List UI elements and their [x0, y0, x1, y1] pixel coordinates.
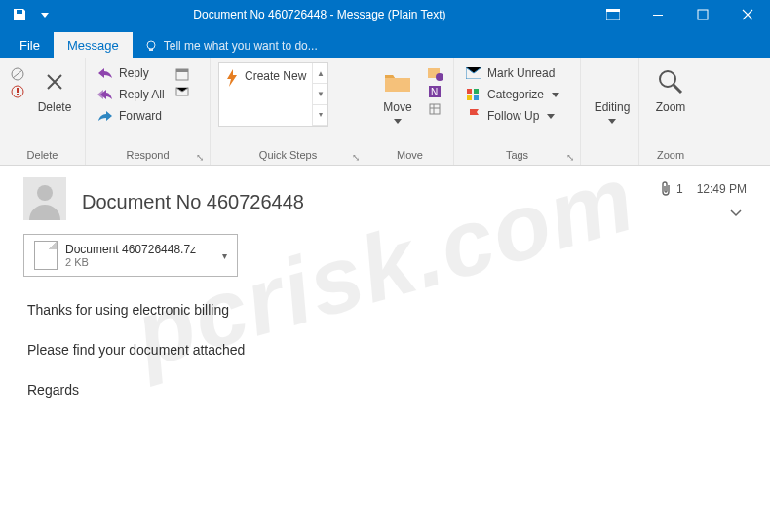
delete-icon — [39, 66, 70, 97]
ribbon: Delete Delete Reply Reply All Forward Re… — [0, 58, 770, 166]
body-line-1: Thanks for using electronic billing — [27, 300, 743, 321]
save-icon[interactable] — [12, 7, 27, 22]
attachment-indicator: 1 — [659, 181, 683, 197]
window-title: Document No 460726448 - Message (Plain T… — [49, 8, 591, 21]
forward-button[interactable]: Forward — [94, 105, 169, 127]
message-body: Thanks for using electronic billing Plea… — [0, 290, 770, 430]
svg-rect-12 — [176, 69, 188, 72]
maximize-button[interactable] — [680, 0, 725, 29]
gallery-up-icon[interactable]: ▲ — [313, 63, 327, 84]
message-header: Document No 460726448 1 12:49 PM — [0, 166, 770, 228]
svg-rect-18 — [430, 104, 440, 114]
quick-step-create-new[interactable]: Create New — [219, 63, 312, 126]
group-tags: Mark Unread Categorize Follow Up Tags ⤡ — [454, 58, 581, 165]
expand-header-icon[interactable] — [729, 209, 743, 218]
reply-all-icon — [97, 87, 113, 102]
lightning-icon — [225, 69, 239, 87]
quick-steps-gallery[interactable]: Create New ▲ ▼ ▾ — [218, 62, 328, 127]
respond-dialog-launcher-icon[interactable]: ⤡ — [196, 152, 206, 162]
move-side-buttons: N — [425, 62, 446, 121]
junk-icon[interactable] — [10, 84, 25, 99]
reply-icon — [97, 65, 113, 81]
svg-point-27 — [37, 185, 53, 201]
svg-text:N: N — [431, 87, 438, 97]
svg-line-7 — [13, 70, 22, 78]
actions-icon[interactable] — [427, 101, 444, 117]
onenote-icon[interactable]: N — [427, 84, 444, 99]
mark-unread-button[interactable]: Mark Unread — [462, 62, 563, 84]
move-folder-icon — [382, 66, 413, 97]
more-respond-icon[interactable] — [174, 84, 190, 99]
svg-point-15 — [436, 73, 443, 81]
attachment-filename: Document 460726448.7z — [65, 243, 196, 256]
follow-up-label: Follow Up — [487, 109, 539, 123]
svg-rect-20 — [467, 89, 472, 94]
paperclip-icon — [659, 181, 673, 197]
group-quick-steps: Create New ▲ ▼ ▾ Quick Steps ⤡ — [211, 58, 366, 165]
rules-icon[interactable] — [427, 66, 444, 82]
tell-me-search[interactable]: Tell me what you want to do... — [133, 33, 329, 58]
attachment-dropdown-icon[interactable]: ▾ — [222, 250, 227, 261]
group-editing: Editing Editing — [581, 58, 639, 165]
ribbon-tabs: File Message Tell me what you want to do… — [0, 29, 770, 58]
reply-all-label: Reply All — [119, 88, 165, 101]
tab-file[interactable]: File — [6, 32, 54, 58]
svg-rect-9 — [17, 88, 19, 93]
reply-button[interactable]: Reply — [94, 62, 169, 84]
delete-label: Delete — [38, 101, 72, 114]
svg-rect-21 — [474, 89, 479, 94]
group-move: Move N Move — [366, 58, 454, 165]
svg-rect-22 — [467, 95, 472, 100]
group-label-quicksteps: Quick Steps — [218, 149, 358, 163]
tell-me-placeholder: Tell me what you want to do... — [164, 39, 318, 53]
tags-dialog-launcher-icon[interactable]: ⤡ — [566, 152, 576, 162]
flag-icon — [466, 108, 481, 124]
svg-rect-3 — [698, 10, 708, 19]
svg-rect-10 — [17, 94, 19, 95]
categorize-button[interactable]: Categorize — [462, 84, 563, 105]
move-label: Move — [383, 101, 411, 127]
svg-rect-2 — [653, 15, 663, 16]
group-label-delete: Delete — [8, 149, 77, 163]
body-line-3: Regards — [27, 380, 743, 400]
title-bar: Document No 460726448 - Message (Plain T… — [0, 0, 770, 29]
attachment-count: 1 — [676, 182, 683, 196]
close-button[interactable] — [725, 0, 770, 29]
group-label-move: Move — [374, 149, 445, 163]
minimize-button[interactable] — [635, 0, 680, 29]
zoom-label: Zoom — [656, 101, 686, 114]
zoom-button[interactable]: Zoom — [647, 62, 694, 114]
forward-icon — [97, 108, 113, 124]
meeting-icon[interactable] — [174, 66, 190, 82]
svg-rect-5 — [149, 49, 153, 51]
ignore-icon[interactable] — [10, 66, 25, 82]
svg-point-24 — [660, 71, 675, 87]
reply-all-button[interactable]: Reply All — [94, 84, 169, 105]
categorize-label: Categorize — [487, 88, 544, 101]
attachment-filesize: 2 KB — [65, 256, 196, 268]
move-button[interactable]: Move — [374, 62, 421, 127]
zoom-icon — [655, 66, 686, 97]
group-label-tags: Tags — [462, 149, 572, 163]
attachment-area: Document 460726448.7z 2 KB ▾ — [0, 228, 770, 290]
group-label-respond: Respond — [94, 149, 202, 163]
gallery-more-icon[interactable]: ▾ — [313, 105, 327, 126]
attachment-item[interactable]: Document 460726448.7z 2 KB ▾ — [23, 234, 238, 277]
svg-line-25 — [674, 85, 681, 93]
body-line-2: Please find your document attached — [27, 340, 743, 361]
svg-point-4 — [147, 41, 155, 49]
gallery-down-icon[interactable]: ▼ — [313, 84, 327, 104]
group-zoom: Zoom Zoom — [639, 58, 702, 165]
ribbon-display-options-button[interactable] — [591, 0, 635, 29]
follow-up-button[interactable]: Follow Up — [462, 105, 563, 127]
quick-access-toolbar — [0, 7, 49, 22]
quicksteps-dialog-launcher-icon[interactable]: ⤡ — [352, 152, 362, 162]
email-subject: Document No 460726448 — [82, 191, 304, 213]
group-delete: Delete Delete — [0, 58, 86, 165]
tab-message[interactable]: Message — [54, 32, 133, 58]
delete-side-buttons — [8, 62, 27, 103]
editing-button[interactable]: Editing — [589, 62, 635, 127]
sender-avatar — [23, 177, 66, 220]
qat-dropdown-icon[interactable] — [41, 11, 49, 19]
delete-button[interactable]: Delete — [31, 62, 78, 114]
